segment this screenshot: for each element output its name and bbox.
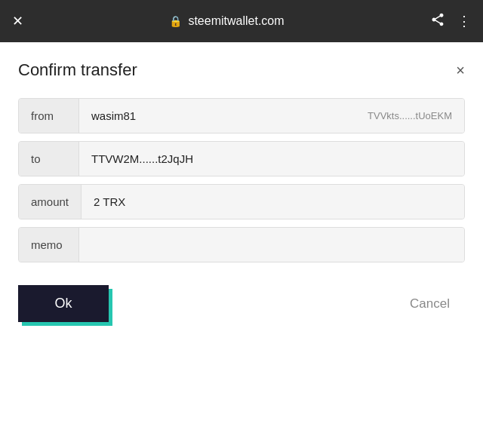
from-value-secondary: TVVkts......tUoEKM	[368, 110, 452, 121]
amount-value-text: 2 TRX	[94, 195, 125, 208]
dialog-header: Confirm transfer ×	[18, 60, 465, 80]
more-options-icon[interactable]: ⋮	[457, 13, 471, 29]
cancel-button[interactable]: Cancel	[395, 286, 465, 322]
from-label: from	[19, 99, 79, 133]
ok-button-wrapper: Ok	[18, 285, 109, 322]
dialog-container: Confirm transfer × from wasim81 TVVkts..…	[0, 42, 483, 448]
to-label: to	[19, 142, 79, 176]
to-value-text: TTVW2M......t2JqJH	[91, 152, 193, 165]
memo-input[interactable]	[79, 228, 464, 262]
browser-actions: ⋮	[430, 12, 471, 31]
ok-button[interactable]: Ok	[18, 285, 109, 322]
to-value: TTVW2M......t2JqJH	[79, 142, 464, 176]
url-bar[interactable]: 🔒 steemitwallet.com	[32, 14, 421, 28]
memo-row: memo	[18, 227, 465, 262]
dialog-close-button[interactable]: ×	[456, 62, 465, 79]
button-row: Ok Cancel	[18, 285, 465, 322]
url-text: steemitwallet.com	[188, 14, 284, 28]
lock-icon: 🔒	[169, 15, 182, 27]
browser-chrome: ✕ 🔒 steemitwallet.com ⋮	[0, 0, 483, 42]
amount-value: 2 TRX	[82, 185, 464, 219]
from-value-text: wasim81	[91, 109, 136, 122]
browser-close-button[interactable]: ✕	[12, 13, 23, 29]
dialog-title: Confirm transfer	[18, 60, 137, 80]
amount-label: amount	[19, 185, 82, 219]
memo-label: memo	[19, 228, 79, 262]
amount-row: amount 2 TRX	[18, 184, 465, 219]
share-icon[interactable]	[430, 12, 445, 31]
from-row: from wasim81 TVVkts......tUoEKM	[18, 98, 465, 133]
from-value: wasim81 TVVkts......tUoEKM	[79, 99, 464, 133]
to-row: to TTVW2M......t2JqJH	[18, 141, 465, 176]
